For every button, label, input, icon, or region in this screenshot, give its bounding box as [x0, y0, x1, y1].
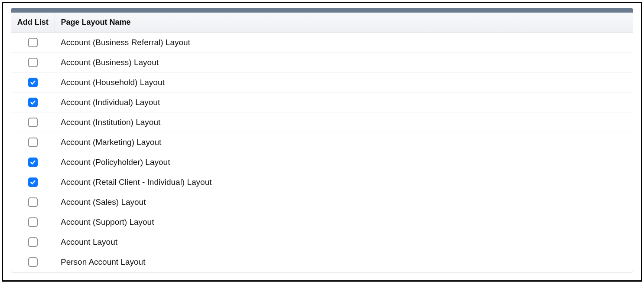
add-list-checkbox[interactable] — [28, 158, 38, 167]
cell-add-list — [11, 192, 55, 212]
add-list-checkbox[interactable] — [28, 58, 38, 67]
cell-page-layout-name: Account (Individual) Layout — [55, 92, 633, 112]
cell-page-layout-name: Account (Policyholder) Layout — [55, 152, 633, 172]
table-row: Account (Retail Client - Individual) Lay… — [11, 172, 633, 192]
cell-add-list — [11, 152, 55, 172]
cell-add-list — [11, 92, 55, 112]
column-header-add-list: Add List — [11, 13, 55, 33]
cell-page-layout-name: Person Account Layout — [55, 252, 633, 272]
cell-page-layout-name: Account (Business Referral) Layout — [55, 33, 633, 53]
table-row: Account (Marketing) Layout — [11, 132, 633, 152]
checkmark-icon — [30, 159, 36, 165]
cell-add-list — [11, 212, 55, 232]
cell-page-layout-name: Account (Support) Layout — [55, 212, 633, 232]
cell-add-list — [11, 132, 55, 152]
layout-table: Add List Page Layout Name Account (Busin… — [11, 13, 633, 272]
checkmark-icon — [30, 99, 36, 105]
cell-page-layout-name: Account (Sales) Layout — [55, 192, 633, 212]
cell-page-layout-name: Account (Marketing) Layout — [55, 132, 633, 152]
add-list-checkbox[interactable] — [28, 177, 38, 187]
panel-top-bar — [11, 8, 633, 13]
cell-add-list — [11, 172, 55, 192]
cell-page-layout-name: Account (Institution) Layout — [55, 112, 633, 132]
cell-add-list — [11, 72, 55, 92]
add-list-checkbox[interactable] — [28, 78, 38, 87]
table-row: Account (Household) Layout — [11, 72, 633, 92]
table-row: Account (Business) Layout — [11, 53, 633, 72]
cell-add-list — [11, 53, 55, 72]
table-row: Account (Policyholder) Layout — [11, 152, 633, 172]
cell-page-layout-name: Account (Household) Layout — [55, 72, 633, 92]
cell-page-layout-name: Account (Business) Layout — [55, 53, 633, 72]
cell-add-list — [11, 232, 55, 252]
layout-table-panel: Add List Page Layout Name Account (Busin… — [11, 13, 633, 273]
table-row: Account (Support) Layout — [11, 212, 633, 232]
table-row: Account (Institution) Layout — [11, 112, 633, 132]
table-row: Account (Individual) Layout — [11, 92, 633, 112]
cell-add-list — [11, 33, 55, 53]
cell-page-layout-name: Account (Retail Client - Individual) Lay… — [55, 172, 633, 192]
add-list-checkbox[interactable] — [28, 217, 38, 227]
add-list-checkbox[interactable] — [28, 118, 38, 127]
checkmark-icon — [30, 179, 36, 185]
cell-add-list — [11, 112, 55, 132]
cell-add-list — [11, 252, 55, 272]
table-row: Account (Sales) Layout — [11, 192, 633, 212]
add-list-checkbox[interactable] — [28, 38, 38, 47]
add-list-checkbox[interactable] — [28, 237, 38, 247]
add-list-checkbox[interactable] — [28, 98, 38, 107]
add-list-checkbox[interactable] — [28, 138, 38, 147]
outer-frame: Add List Page Layout Name Account (Busin… — [2, 2, 642, 282]
add-list-checkbox[interactable] — [28, 257, 38, 267]
column-header-page-layout-name: Page Layout Name — [55, 13, 633, 33]
checkmark-icon — [30, 79, 36, 85]
table-row: Person Account Layout — [11, 252, 633, 272]
table-row: Account Layout — [11, 232, 633, 252]
table-header-row: Add List Page Layout Name — [11, 13, 633, 33]
cell-page-layout-name: Account Layout — [55, 232, 633, 252]
table-row: Account (Business Referral) Layout — [11, 33, 633, 53]
add-list-checkbox[interactable] — [28, 197, 38, 207]
